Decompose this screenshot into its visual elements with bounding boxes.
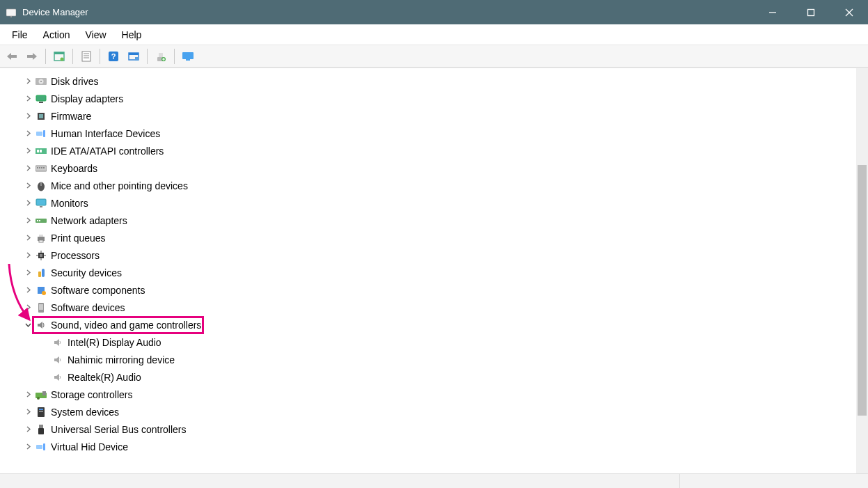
menu-help[interactable]: Help [114,26,150,43]
svg-rect-27 [39,102,43,103]
chevron-right-icon[interactable] [22,302,33,313]
network-icon [35,214,47,227]
svg-rect-29 [39,114,43,118]
chevron-right-icon[interactable] [22,145,33,157]
svg-rect-7 [54,52,64,54]
tree-item[interactable]: Keyboards [17,159,855,177]
scrollbar-thumb[interactable] [858,165,867,416]
minimize-button[interactable] [753,0,791,24]
tree-item[interactable]: System devices [17,403,855,420]
tree-item[interactable]: IDE ATA/ATAPI controllers [17,142,855,159]
tree-item-label: Processors [51,250,100,261]
svg-rect-49 [39,240,43,242]
sound-icon [35,319,47,331]
tree-item[interactable]: Human Interface Devices [17,125,855,142]
chevron-right-icon[interactable] [22,93,33,104]
firmware-icon [35,110,47,123]
menu-view[interactable]: View [77,26,113,43]
tree-item[interactable]: Firmware [17,107,855,125]
svg-rect-56 [38,271,41,277]
tree-item-label: Monitors [51,198,88,209]
chevron-right-icon[interactable] [22,163,33,174]
tree-child-item[interactable]: Realtek(R) Audio [17,368,855,386]
chevron-right-icon[interactable] [22,215,33,226]
tree-item[interactable]: Software components [17,281,855,299]
chevron-right-icon[interactable] [22,111,33,122]
vertical-scrollbar[interactable] [856,68,868,473]
svg-rect-22 [186,59,190,61]
svg-rect-34 [40,150,42,152]
svg-rect-43 [40,206,42,207]
menu-file[interactable]: File [4,26,35,43]
tree-item[interactable]: Sound, video and game controllers [17,316,855,333]
svg-rect-31 [43,130,45,137]
software-icon [35,301,47,314]
chevron-right-icon[interactable] [22,250,33,261]
security-icon [35,267,47,279]
tree-item-label: Keyboards [51,163,97,174]
tree-item[interactable]: Security devices [17,264,855,281]
close-button[interactable] [830,0,868,24]
back-button[interactable] [3,48,20,65]
svg-point-63 [37,397,40,400]
chevron-right-icon[interactable] [22,233,33,244]
chevron-right-icon[interactable] [22,285,33,296]
tree-item-label: Realtek(R) Audio [68,372,141,383]
tree-item[interactable]: Mice and other pointing devices [17,177,855,194]
remote-computer-button[interactable] [180,48,196,65]
tree-item[interactable]: Print queues [17,229,855,246]
tree-child-item[interactable]: Nahimic mirroring device [17,351,855,368]
forward-button[interactable] [24,48,40,65]
chevron-right-icon[interactable] [22,76,33,87]
cpu-icon [35,249,47,262]
tree-item-label: IDE ATA/ATAPI controllers [51,145,164,157]
system-icon [35,406,47,418]
svg-text:?: ? [111,52,116,61]
svg-rect-68 [39,425,43,428]
chevron-right-icon[interactable] [22,389,33,400]
chevron-right-icon[interactable] [22,267,33,278]
chevron-down-icon[interactable] [22,320,33,331]
usb-icon [35,423,47,436]
help-button[interactable]: ? [105,48,122,65]
tree-item[interactable]: Processors [17,246,855,264]
tree-item[interactable]: Software devices [17,299,855,316]
chevron-right-icon[interactable] [22,407,33,418]
scan-hardware-button[interactable] [125,48,142,65]
tree-item-label: Nahimic mirroring device [68,354,175,365]
tree-item-label: System devices [51,407,119,418]
printer-icon [35,232,47,244]
tree-item[interactable]: Monitors [17,194,855,212]
svg-rect-57 [42,269,45,277]
tree-item[interactable]: Storage controllers [17,386,855,403]
toolbar: ? [0,45,868,68]
app-icon [6,7,17,18]
tree-item-label: Software components [51,285,145,296]
tree-item[interactable]: Display adapters [17,90,855,107]
svg-rect-3 [807,9,814,15]
tree-item[interactable]: Universal Serial Bus controllers [17,420,855,438]
tree-item-label: Human Interface Devices [51,128,160,139]
tree-item-label: Universal Serial Bus controllers [51,424,187,435]
chevron-right-icon[interactable] [22,128,33,139]
svg-point-25 [40,81,42,82]
chevron-right-icon[interactable] [22,441,33,452]
maximize-button[interactable] [791,0,830,24]
chevron-right-icon[interactable] [22,180,33,191]
tree-item[interactable]: Virtual Hid Device [17,438,855,455]
update-driver-button[interactable] [152,48,169,65]
chevron-right-icon[interactable] [22,424,33,435]
tree-child-item[interactable]: Intel(R) Display Audio [17,333,855,351]
title-bar: Device Manager [0,0,868,24]
show-hide-console-button[interactable] [51,48,68,65]
menu-action[interactable]: Action [35,26,78,43]
tree-item-label: Security devices [51,267,122,278]
tree-item[interactable]: Network adapters [17,212,855,229]
tree-item[interactable]: Disk drives [17,72,855,90]
svg-rect-61 [39,304,43,310]
svg-rect-64 [42,391,46,395]
chevron-right-icon[interactable] [22,198,33,209]
ide-icon [35,145,47,157]
svg-rect-26 [36,95,46,101]
properties-button[interactable] [78,48,95,65]
